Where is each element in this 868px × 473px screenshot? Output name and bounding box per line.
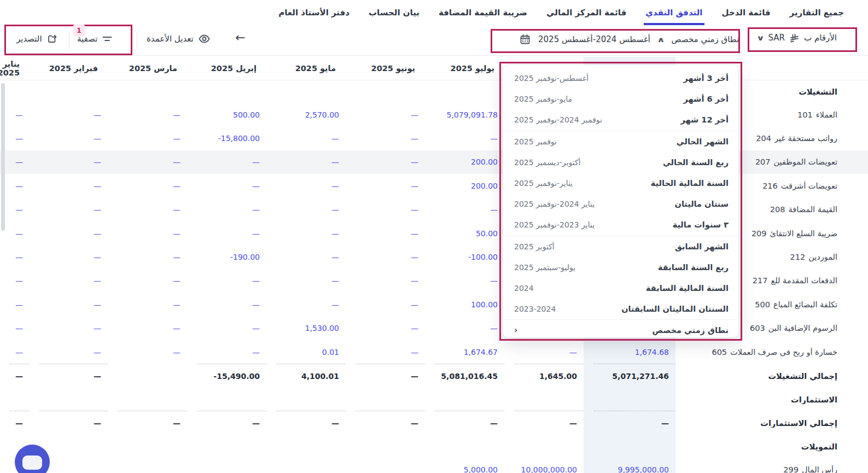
cell-value: — xyxy=(411,110,418,119)
month-column-header[interactable]: مايو 2025 xyxy=(266,57,346,80)
cell-value: — xyxy=(15,276,23,285)
report-tab[interactable]: بيان الحساب xyxy=(369,0,420,25)
toolbar-divider xyxy=(137,32,137,49)
value-cell[interactable]: 5,000.00 xyxy=(425,458,504,473)
row-label[interactable]: خسارة أو ربح فى صرف العملات605 xyxy=(675,340,868,364)
month-column-header[interactable]: يناير 2025 xyxy=(0,57,30,80)
value-cell[interactable]: 1,674.67 xyxy=(425,340,504,364)
date-range-option[interactable]: ٣ سنوات ماليةيناير 2023-نوفمبر 2025 xyxy=(503,214,738,235)
value-cell: — xyxy=(266,293,346,316)
value-cell[interactable]: -190.00 xyxy=(187,245,266,268)
value-cell xyxy=(266,80,346,103)
cell-value: — xyxy=(15,324,23,332)
date-range-option[interactable]: الشهر السابقأكتوبر 2025 xyxy=(503,236,738,257)
month-column-header[interactable]: إبريل 2025 xyxy=(187,57,266,80)
date-range-option-label: ٣ سنوات مالية xyxy=(673,220,729,229)
date-range-option[interactable]: السنتان الماليتان السابقتان2023-2024 xyxy=(503,299,738,319)
date-range-option-label: سنتان ماليتان xyxy=(675,200,729,208)
month-column-header[interactable]: مارس 2025 xyxy=(108,57,187,80)
date-range-option-value: أغسطس-نوفمبر 2025 xyxy=(514,74,589,83)
month-column-header[interactable]: يونيو 2025 xyxy=(346,57,425,80)
cell-value: — xyxy=(411,372,418,381)
value-cell[interactable]: -15,490.00 xyxy=(197,364,266,388)
account-name: العملاء xyxy=(816,110,837,119)
report-tab[interactable]: جميع التقارير xyxy=(790,0,844,25)
value-cell[interactable]: 4,100.01 xyxy=(276,364,346,388)
value-cell: — xyxy=(30,150,108,174)
cell-value: — xyxy=(173,276,180,285)
cell-value: — xyxy=(15,419,23,428)
cell-value: — xyxy=(569,348,577,357)
date-range-option-value: 2024 xyxy=(514,284,534,293)
month-column-header[interactable]: فبراير 2025 xyxy=(30,57,108,80)
value-cell[interactable]: 5,079,091.78 xyxy=(425,103,504,126)
cell-value: — xyxy=(173,419,180,428)
account-name: تكلفة البضائع المباع xyxy=(773,300,837,309)
cell-value: -100.00 xyxy=(468,253,498,261)
value-cell: — xyxy=(435,411,504,435)
cell-value: — xyxy=(94,300,101,309)
date-range-option[interactable]: أخر 12 شهرنوفمبر 2024-نوفمبر 2025 xyxy=(503,109,738,130)
value-cell[interactable]: -15,800.00 xyxy=(187,126,266,150)
date-range-dropdown-menu: أخر 3 أشهرأغسطس-نوفمبر 2025أخر 6 أشهرماي… xyxy=(503,65,739,338)
cell-value: — xyxy=(15,134,23,143)
value-cell[interactable]: 10,000,000.00 xyxy=(504,458,584,473)
edit-columns-button[interactable]: تعديل الأعمدة xyxy=(147,34,210,44)
date-range-option-label: السنة المالية السابقة xyxy=(646,284,729,293)
value-cell[interactable]: 200.00 xyxy=(425,174,504,197)
value-cell[interactable]: 2,570.00 xyxy=(266,103,346,126)
date-range-option[interactable]: أخر 3 أشهرأغسطس-نوفمبر 2025 xyxy=(503,68,738,89)
value-cell[interactable]: 5,081,016.45 xyxy=(435,364,504,388)
cell-value: — xyxy=(661,419,669,428)
account-code: 208 xyxy=(770,205,785,214)
date-range-option[interactable]: السنة المالية السابقة2024 xyxy=(503,278,738,299)
filter-icon xyxy=(102,35,112,43)
value-cell[interactable]: 1,645.00 xyxy=(514,364,584,388)
value-cell[interactable]: 100.00 xyxy=(425,293,504,316)
row-label[interactable]: رأس المال299 xyxy=(675,458,868,473)
date-range-preset-label: نطاق زمني مخصص xyxy=(672,34,739,44)
vertical-scrollbar-thumb[interactable] xyxy=(1,83,5,231)
report-tab[interactable]: التدفق النقدي xyxy=(645,0,702,25)
date-range-option-value: نوفمبر 2025 xyxy=(514,137,557,146)
value-cell: — xyxy=(10,411,30,435)
cell-value: — xyxy=(252,324,260,332)
value-cell[interactable]: 0.01 xyxy=(266,340,346,364)
value-cell: — xyxy=(514,411,584,435)
report-tab[interactable]: دفتر الأستاذ العام xyxy=(278,0,349,25)
report-tab[interactable]: قائمة الدخل xyxy=(722,0,771,25)
date-range-option[interactable]: نطاق زمني مخصص‹ xyxy=(503,320,738,338)
date-range-selector[interactable]: نطاق زمني مخصص ∧ أغسطس 2024-أغسطس 2025 xyxy=(520,34,739,45)
date-range-option[interactable]: الشهر الحالينوفمبر 2025 xyxy=(503,131,738,152)
report-tab[interactable]: ضريبة القيمة المضافة xyxy=(439,0,527,25)
back-arrow-button[interactable]: ← xyxy=(235,31,245,44)
cell-value: — xyxy=(173,182,180,190)
value-cell[interactable]: 9,995,000.00 xyxy=(584,458,675,473)
date-range-option[interactable]: ربع السنة الحاليأكتوبر-ديسمبر 2025 xyxy=(503,152,738,173)
cell-value: — xyxy=(252,229,260,238)
month-column-header[interactable]: يوليو 2025 xyxy=(425,57,504,80)
date-range-option[interactable]: سنتان ماليتانيناير 2024-نوفمبر 2025 xyxy=(503,194,738,214)
value-cell: — xyxy=(108,269,187,293)
value-cell[interactable]: 50.00 xyxy=(425,221,504,245)
value-cell[interactable]: 200.00 xyxy=(425,150,504,174)
export-button[interactable]: التصدير xyxy=(16,34,57,44)
date-range-option[interactable]: ربع السنة السابقةيوليو-سبتمبر 2025 xyxy=(503,257,738,278)
cell-value: — xyxy=(490,276,498,285)
currency-selector[interactable]: الأرقام ب SAR ∨ xyxy=(758,33,837,43)
cell-value: 5,079,091.78 xyxy=(446,110,498,119)
value-cell[interactable]: 1,674.68 xyxy=(584,340,675,364)
report-tab[interactable]: قائمة المركز المالي xyxy=(546,0,626,25)
date-range-option[interactable]: السنة المالية الحاليةيناير-نوفمبر 2025 xyxy=(503,173,738,194)
date-range-option[interactable]: أخر 6 أشهرمايو-نوفمبر 2025 xyxy=(503,89,738,109)
value-cell[interactable]: -100.00 xyxy=(425,245,504,268)
cell-value: — xyxy=(15,110,23,119)
value-cell xyxy=(584,435,675,458)
value-cell: — xyxy=(346,340,425,364)
cell-value: — xyxy=(15,300,23,309)
value-cell[interactable]: 500.00 xyxy=(187,103,266,126)
value-cell[interactable]: 1,530.00 xyxy=(266,317,346,340)
value-cell: — xyxy=(266,221,346,245)
cell-value: 0.01 xyxy=(322,348,339,357)
value-cell[interactable]: 5,071,271.46 xyxy=(593,364,675,388)
